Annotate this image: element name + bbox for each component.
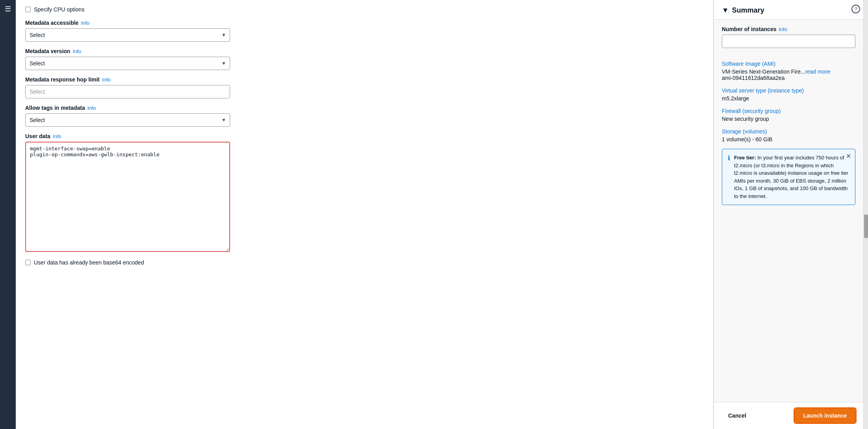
software-image-field: Software Image (AMI) VM-Series Next-Gene… xyxy=(722,61,855,81)
metadata-version-wrapper: Select V1 and V2 (token optional) V2 onl… xyxy=(25,57,230,70)
software-image-label[interactable]: Software Image (AMI) xyxy=(722,61,855,67)
allow-tags-label: Allow tags in metadata Info xyxy=(25,105,704,111)
metadata-hop-limit-input[interactable] xyxy=(25,85,230,98)
virtual-server-type-value: m5.2xlarge xyxy=(722,95,855,102)
help-icon[interactable]: ? xyxy=(851,5,860,13)
summary-header: ▼ Summary xyxy=(714,0,863,20)
summary-title: Summary xyxy=(732,6,764,15)
virtual-server-type-label[interactable]: Virtual server type (instance type) xyxy=(722,87,855,94)
metadata-version-info-link[interactable]: Info xyxy=(72,48,81,54)
storage-value: 1 volume(s) - 60 GiB xyxy=(722,136,855,142)
free-tier-bold: Free tier: xyxy=(734,155,756,161)
metadata-accessible-wrapper: Select Enabled Disabled ▼ xyxy=(25,28,230,42)
metadata-hop-limit-label: Metadata response hop limit Info xyxy=(25,76,704,83)
scrollbar-track[interactable] xyxy=(863,0,868,429)
instances-field: Number of instances Info 1 xyxy=(722,26,855,54)
user-data-section: User data Info mgmt-interface-swap=enabl… xyxy=(25,133,704,253)
user-data-base64-label[interactable]: User data has already been base64 encode… xyxy=(25,259,704,266)
free-tier-description: In your first year includes 750 hours of… xyxy=(734,155,848,199)
firewall-field: Firewall (security group) New security g… xyxy=(722,108,855,122)
firewall-value: New security group xyxy=(722,116,855,122)
free-tier-close-button[interactable]: ✕ xyxy=(846,152,851,160)
cancel-button[interactable]: Cancel xyxy=(722,409,753,422)
metadata-version-label: Metadata version Info xyxy=(25,48,704,54)
metadata-accessible-section: Metadata accessible Info Select Enabled … xyxy=(25,20,704,42)
specify-cpu-label[interactable]: Specify CPU options xyxy=(25,6,704,13)
user-data-info-link[interactable]: Info xyxy=(53,133,61,139)
specify-cpu-checkbox[interactable] xyxy=(25,7,31,12)
metadata-version-select[interactable]: Select V1 and V2 (token optional) V2 onl… xyxy=(25,57,230,70)
virtual-server-type-field: Virtual server type (instance type) m5.2… xyxy=(722,87,855,102)
metadata-accessible-select[interactable]: Select Enabled Disabled xyxy=(25,28,230,42)
launch-instance-button[interactable]: Launch instance xyxy=(795,409,855,423)
summary-collapse-icon[interactable]: ▼ xyxy=(722,6,729,15)
metadata-accessible-info-link[interactable]: Info xyxy=(81,20,89,26)
summary-content: Number of instances Info 1 Software Imag… xyxy=(714,20,863,402)
allow-tags-info-link[interactable]: Info xyxy=(87,105,96,111)
menu-icon[interactable]: ☰ xyxy=(5,5,11,13)
software-image-read-more[interactable]: read more xyxy=(805,68,831,75)
scrollbar-thumb[interactable] xyxy=(864,214,868,238)
summary-panel: ▼ Summary Number of instances Info 1 Sof… xyxy=(714,0,863,429)
metadata-hop-limit-info-link[interactable]: Info xyxy=(102,77,111,83)
free-tier-info-icon: ℹ xyxy=(728,154,730,200)
metadata-hop-limit-section: Metadata response hop limit Info xyxy=(25,76,704,98)
free-tier-banner: ℹ Free tier: In your first year includes… xyxy=(722,149,855,205)
free-tier-text: Free tier: In your first year includes 7… xyxy=(734,154,849,200)
instances-input[interactable]: 1 xyxy=(722,35,855,48)
software-image-value: VM-Series Next-Generation Fire...read mo… xyxy=(722,68,855,81)
firewall-label[interactable]: Firewall (security group) xyxy=(722,108,855,114)
allow-tags-wrapper: Select Enable Disable ▼ xyxy=(25,113,230,127)
allow-tags-select[interactable]: Select Enable Disable xyxy=(25,113,230,127)
instances-info-link[interactable]: Info xyxy=(779,26,787,32)
metadata-version-section: Metadata version Info Select V1 and V2 (… xyxy=(25,48,704,70)
instances-label: Number of instances Info xyxy=(722,26,855,32)
storage-field: Storage (volumes) 1 volume(s) - 60 GiB xyxy=(722,128,855,142)
user-data-base64-checkbox[interactable] xyxy=(25,260,31,265)
user-data-textarea[interactable]: mgmt-interface-swap=enable plugin-op-com… xyxy=(25,142,230,252)
user-data-base64-text: User data has already been base64 encode… xyxy=(34,259,144,266)
specify-cpu-section: Specify CPU options xyxy=(25,6,704,13)
metadata-accessible-label: Metadata accessible Info xyxy=(25,20,704,26)
summary-footer: Cancel Launch instance xyxy=(714,402,863,429)
left-panel: Specify CPU options Metadata accessible … xyxy=(16,0,714,429)
allow-tags-section: Allow tags in metadata Info Select Enabl… xyxy=(25,105,704,127)
specify-cpu-text: Specify CPU options xyxy=(34,6,84,13)
sidebar: ☰ xyxy=(0,0,16,429)
user-data-base64-section: User data has already been base64 encode… xyxy=(25,259,704,266)
storage-label[interactable]: Storage (volumes) xyxy=(722,128,855,135)
user-data-label: User data Info xyxy=(25,133,704,139)
